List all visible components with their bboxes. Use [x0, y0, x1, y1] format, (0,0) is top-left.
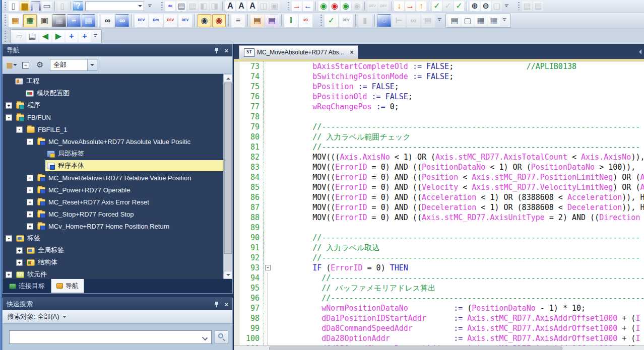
code-text[interactable]: MOV((ErrorID = 0) AND ((Axis.stMC_RD77.A… [272, 213, 644, 223]
device-memory-icon[interactable]: Dev [149, 14, 163, 27]
code-editor[interactable]: 73 bAxisStartCompleteOld := FALSE; //APL… [234, 61, 644, 345]
code-line[interactable]: 82 MOV(((Axis.AxisNo < 1) OR (Axis.stMC_… [239, 152, 644, 162]
code-line[interactable]: 76 bPositionOld := FALSE; [239, 92, 644, 102]
watch-register-icon[interactable]: ◉ [212, 14, 226, 27]
code-text[interactable]: MOV((ErrorID = 0) AND ((Position < Axis.… [272, 172, 644, 182]
code-line[interactable]: 85 MOV((ErrorID = 0) AND ((Velocity < Ax… [239, 182, 644, 192]
code-text[interactable] [272, 112, 644, 122]
editor-tab[interactable]: ST MC_MoveAbsolute+RD77 Abs... × [239, 45, 358, 59]
dock-tab-navigation[interactable]: 导航 [51, 279, 84, 293]
undo-icon[interactable]: ← [303, 1, 313, 11]
code-text[interactable]: bAxisStartCompleteOld := FALSE; //APLIB0… [272, 61, 644, 72]
code-line[interactable]: 78 [239, 112, 644, 122]
code-line[interactable]: 94 //-----------------------------------… [239, 273, 644, 283]
help-icon[interactable]: ? [73, 1, 83, 11]
expand-icon[interactable]: + [16, 247, 23, 254]
window-view-icon[interactable]: ▢ [462, 15, 474, 26]
code-line[interactable]: 92 //-----------------------------------… [239, 253, 644, 263]
tree-item[interactable]: 模块配置图 [3, 87, 224, 99]
expand-icon[interactable]: + [16, 259, 23, 266]
code-text[interactable]: //--------------------------------------… [272, 122, 644, 132]
fold-collapse-icon[interactable] [264, 263, 272, 273]
collapse-icon[interactable]: - [16, 126, 23, 133]
code-text[interactable]: //--------------------------------------… [272, 273, 644, 283]
tree-item[interactable]: -MC_MoveAbsolute+RD77 Absolute Value Pos… [3, 135, 224, 148]
code-line[interactable]: 83 MOV((ErrorID = 0) AND ((PositionDataN… [239, 162, 644, 172]
io-check-icon[interactable]: I/O [299, 14, 312, 27]
tree-item[interactable]: +MC_Stop+RD77 Forced Stop [3, 208, 224, 220]
expand-icon[interactable]: + [27, 211, 33, 218]
tree-item[interactable]: 程序本体 [3, 160, 224, 172]
toolbar-overflow-icon[interactable] [501, 18, 507, 23]
scrollbar-thumb[interactable] [224, 83, 232, 254]
toolbar-overflow-icon[interactable] [147, 4, 153, 9]
code-line[interactable]: 88 MOV((ErrorID = 0) AND ((Axis.stMC_RD7… [239, 213, 644, 223]
convert-check-2-icon[interactable]: ✓ [454, 1, 464, 11]
code-line[interactable]: 89 [239, 223, 644, 233]
toolbar-grip[interactable] [288, 2, 289, 10]
tree-item[interactable]: -FB/FUN [3, 111, 224, 123]
code-text[interactable]: MOV((ErrorID = 0) AND ((Deceleration < 1… [272, 202, 644, 213]
insert-below-icon[interactable]: + [79, 31, 91, 42]
tree-item-content[interactable]: MCv_Home+RD77 Home Position Return [36, 221, 224, 232]
program-check-icon[interactable]: ✓ [325, 14, 338, 27]
tree-item-selected[interactable]: 程序本体 [45, 160, 224, 171]
tree-item[interactable]: -标签 [3, 232, 224, 244]
code-line[interactable]: 95 // バッファメモリアドレス算出 [239, 283, 644, 293]
collapse-icon[interactable]: - [27, 138, 33, 145]
code-line[interactable]: 73 bAxisStartCompleteOld := FALSE; //APL… [239, 61, 644, 72]
st-editor-icon[interactable]: ≡ [67, 14, 81, 27]
label-list-1-icon[interactable]: A [225, 1, 235, 11]
label-list-3-icon[interactable]: A [247, 1, 257, 11]
tree-item[interactable]: +MC_MoveRelative+RD77 Relative Value Pos… [3, 172, 224, 184]
toolbar-overflow-icon[interactable] [436, 18, 442, 23]
sheet-edit-icon[interactable]: ▦ [488, 15, 500, 26]
code-line[interactable]: 80 // 入力ラベル範囲チェック [239, 132, 644, 142]
tree-item[interactable]: +MC_Reset+RD77 Axis Error Reset [3, 196, 224, 208]
tree-filter-combo[interactable]: 全部 [50, 59, 97, 71]
bookmark-find-next-icon[interactable]: ◉ [341, 1, 351, 11]
code-text[interactable]: //--------------------------------------… [272, 293, 644, 303]
code-text[interactable]: //--------------------------------------… [272, 233, 644, 243]
table-view-icon[interactable]: ▦ [475, 15, 487, 26]
code-line[interactable]: 98 dDa1PositionIDStartAddr := Axis.stMC_… [239, 313, 644, 323]
code-text[interactable]: wReqChangePos := 0; [272, 102, 644, 112]
card-view-icon[interactable]: ▤ [448, 15, 461, 26]
tree-item-content[interactable]: 工程 [14, 76, 224, 87]
statement-display-icon[interactable]: ▤ [26, 31, 38, 42]
online-write-icon[interactable]: ▣ [38, 14, 51, 27]
convert-check-1-icon[interactable]: ✓ [432, 1, 442, 11]
save-project-icon[interactable]: ▆ [31, 1, 41, 11]
pin-icon[interactable] [214, 301, 219, 307]
code-line[interactable]: 81 //-----------------------------------… [239, 142, 644, 152]
redo-icon[interactable]: → [292, 1, 302, 11]
code-text[interactable]: dDa1PositionIDStartAddr := Axis.stMC_RD7… [272, 313, 644, 323]
expand-icon[interactable]: + [6, 102, 12, 109]
find-replace-icon[interactable]: ∞ [101, 14, 114, 27]
code-line[interactable]: 96 //-----------------------------------… [239, 293, 644, 303]
code-line[interactable]: 84 MOV((ErrorID = 0) AND ((Position < Ax… [239, 172, 644, 182]
open-project-icon[interactable]: ▆ [20, 1, 30, 11]
scrollbar-thumb[interactable] [269, 346, 562, 350]
settings-gear-icon[interactable]: ⚙ [34, 59, 46, 71]
tree-item-content[interactable]: FB/FUN [15, 112, 224, 123]
toolbar-grip[interactable] [518, 2, 520, 10]
code-line[interactable]: 97 wNormPositionDataNo := (PositionDataN… [239, 303, 644, 313]
find-window-icon[interactable]: ∞ [115, 14, 129, 27]
code-text[interactable]: MOV((ErrorID = 0) AND ((Velocity < Axis.… [272, 182, 644, 192]
find-next-result-icon[interactable]: ▶ [52, 31, 65, 42]
structured-data-icon[interactable]: ▤ [265, 14, 279, 27]
search-input[interactable] [9, 330, 212, 344]
label-list-2-icon[interactable]: A [236, 1, 246, 11]
tree-item[interactable]: 工程 [3, 75, 224, 87]
new-project-icon[interactable]: ▯ [9, 1, 19, 11]
tree-item[interactable]: +软元件 [3, 268, 224, 279]
code-line[interactable]: 93 IF (ErrorID = 0) THEN [239, 263, 644, 273]
tab-close-icon[interactable]: × [350, 49, 353, 56]
collapse-all-icon[interactable]: − [20, 59, 32, 71]
collapse-icon[interactable]: - [6, 114, 12, 121]
toolbar-grip[interactable] [5, 15, 6, 26]
tab-scroll-left-icon[interactable] [636, 49, 641, 54]
code-line[interactable]: 86 MOV((ErrorID = 0) AND ((Acceleration … [239, 192, 644, 202]
fbd-editor-icon[interactable]: ▦ [82, 14, 95, 27]
